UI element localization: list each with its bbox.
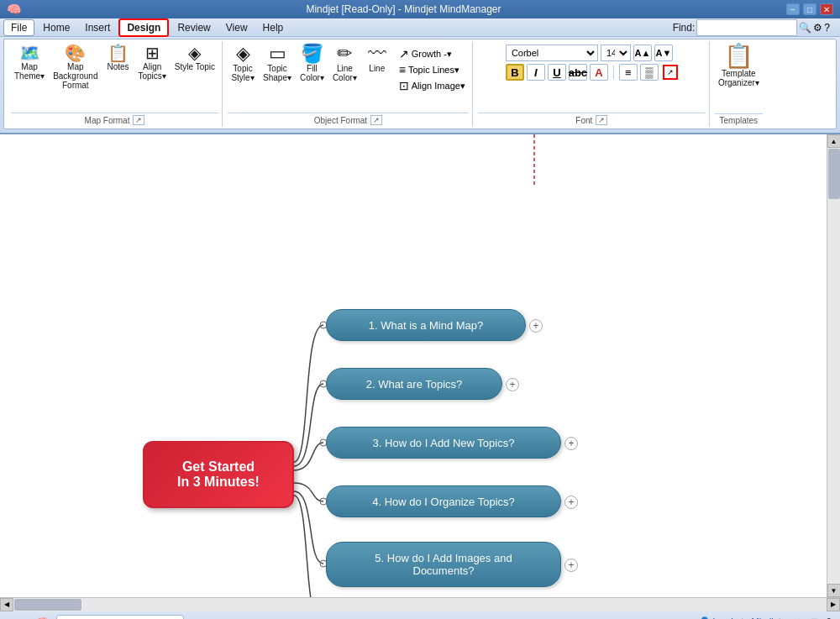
menu-view[interactable]: View bbox=[219, 20, 255, 35]
branch-4-text: 4. How do I Organize Topics? bbox=[372, 496, 515, 508]
underline-button[interactable]: U bbox=[548, 64, 566, 81]
growth-label: Growth -▾ bbox=[412, 49, 452, 60]
map-background-format-button[interactable]: 🎨 MapBackgroundFormat bbox=[50, 43, 101, 92]
topic-shape-label: TopicShape▾ bbox=[263, 64, 291, 82]
nav-forward-icon[interactable]: ▷ bbox=[21, 616, 29, 620]
font-dialog-launcher[interactable]: ↗ bbox=[663, 65, 678, 80]
map-bg-label: MapBackgroundFormat bbox=[53, 62, 97, 90]
font-color-button[interactable]: A bbox=[590, 64, 608, 81]
topic-lines-button[interactable]: ≡ Topic Lines▾ bbox=[396, 62, 469, 77]
branch-topic-3[interactable]: 3. How do I Add New Topics? bbox=[326, 427, 561, 459]
ribbon-content: 🗺️ MapTheme▾ 🎨 MapBackgroundFormat 📋 Not… bbox=[3, 39, 837, 129]
scroll-down-button[interactable]: ▼ bbox=[827, 584, 841, 597]
object-format-launcher[interactable]: ↗ bbox=[370, 115, 382, 125]
align-topics-button[interactable]: ⊞ AlignTopics▾ bbox=[135, 43, 170, 82]
branch-topic-1[interactable]: 1. What is a Mind Map? bbox=[326, 309, 526, 341]
branch-2-expand[interactable]: + bbox=[506, 378, 519, 391]
branch-topic-5[interactable]: 5. How do I Add Images andDocuments? bbox=[326, 542, 561, 587]
nav-back-icon[interactable]: ◁ bbox=[7, 616, 14, 620]
branch-topic-4[interactable]: 4. How do I Organize Topics? bbox=[326, 485, 561, 517]
ribbon-group-map-format: 🗺️ MapTheme▾ 🎨 MapBackgroundFormat 📋 Not… bbox=[8, 41, 223, 127]
growth-button[interactable]: ↗ Growth -▾ bbox=[396, 46, 469, 61]
font-launcher-area: ↗ bbox=[661, 65, 678, 80]
map-theme-label: MapTheme▾ bbox=[14, 62, 45, 81]
canvas[interactable]: Get StartedIn 3 Minutes! 1. What is a Mi… bbox=[0, 134, 827, 597]
style-topic-button[interactable]: ◈ Style Topic bbox=[171, 43, 218, 73]
menu-file[interactable]: File bbox=[3, 19, 34, 36]
connectors-svg bbox=[0, 134, 827, 597]
scroll-left-button[interactable]: ◀ bbox=[0, 598, 13, 611]
ribbon-group-templates: 📋 TemplateOrganizer▾ Templates bbox=[711, 41, 766, 127]
hscroll-thumb[interactable] bbox=[14, 599, 81, 611]
scroll-right-button[interactable]: ▶ bbox=[827, 598, 840, 611]
menu-home[interactable]: Home bbox=[36, 20, 76, 35]
font-launcher[interactable]: ↗ bbox=[596, 115, 607, 125]
find-input[interactable] bbox=[696, 19, 797, 36]
maximize-button[interactable]: □ bbox=[803, 3, 816, 15]
topic-style-button[interactable]: ◈ TopicStyle▾ bbox=[228, 43, 258, 84]
font-separator bbox=[613, 66, 614, 79]
highlight-button[interactable]: ▒ bbox=[640, 64, 659, 81]
map-format-buttons: 🗺️ MapTheme▾ 🎨 MapBackgroundFormat 📋 Not… bbox=[11, 43, 218, 113]
line-button[interactable]: 〰 Line bbox=[362, 43, 392, 84]
line-color-icon: ✏ bbox=[337, 45, 352, 63]
menu-bar: File Home Insert Design Review View Help… bbox=[0, 18, 840, 37]
find-options-icon[interactable]: ⚙ bbox=[813, 22, 822, 34]
bold-button[interactable]: B bbox=[506, 64, 524, 81]
find-label: Find: bbox=[673, 22, 696, 34]
branch-1-text: 1. What is a Mind Map? bbox=[369, 319, 484, 332]
menu-review[interactable]: Review bbox=[171, 20, 217, 35]
topic-shape-button[interactable]: ▭ TopicShape▾ bbox=[260, 43, 295, 84]
scroll-track[interactable] bbox=[827, 148, 841, 584]
close-button[interactable]: ✕ bbox=[820, 3, 833, 15]
font-row-1: Corbel Arial Calibri Times New Roman 14 … bbox=[506, 45, 678, 61]
find-bar: Find: 🔍 ⚙ ? bbox=[666, 19, 837, 36]
font-row-2: B I U abc A ≡ ▒ ↗ bbox=[506, 64, 678, 81]
templates-content: 📋 TemplateOrganizer▾ bbox=[715, 43, 763, 113]
vertical-scrollbar[interactable]: ▲ ▼ bbox=[827, 134, 840, 597]
ribbon-group-font: Corbel Arial Calibri Times New Roman 14 … bbox=[475, 41, 710, 127]
shrink-font-button[interactable]: A▼ bbox=[654, 45, 673, 61]
branch-3-text: 3. How do I Add New Topics? bbox=[373, 437, 515, 449]
font-size-select[interactable]: 14 81012 161824 bbox=[601, 45, 631, 61]
template-organizer-button[interactable]: 📋 TemplateOrganizer▾ bbox=[715, 43, 763, 89]
document-tab[interactable]: Get Started In 3 Minutes! ✕ bbox=[56, 615, 184, 620]
fill-color-button[interactable]: 🪣 FillColor▾ bbox=[297, 43, 328, 84]
menu-insert[interactable]: Insert bbox=[78, 20, 117, 35]
branch-5-expand[interactable]: + bbox=[564, 559, 578, 572]
grow-font-button[interactable]: A▲ bbox=[633, 45, 652, 61]
line-color-label: LineColor▾ bbox=[333, 64, 357, 82]
line-label: Line bbox=[369, 64, 385, 73]
branch-topic-2[interactable]: 2. What are Topics? bbox=[326, 368, 502, 400]
branch-4-expand[interactable]: + bbox=[564, 496, 578, 509]
line-color-button[interactable]: ✏ LineColor▾ bbox=[329, 43, 360, 84]
object-format-group-label: Object Format ↗ bbox=[228, 113, 469, 125]
align-image-button[interactable]: ⊡ Align Image▾ bbox=[396, 78, 469, 93]
align-left-button[interactable]: ≡ bbox=[619, 64, 638, 81]
object-format-label-text: Object Format bbox=[314, 116, 367, 125]
map-format-group-label: Map Format ↗ bbox=[11, 113, 218, 125]
map-theme-button[interactable]: 🗺️ MapTheme▾ bbox=[11, 43, 48, 82]
notes-button[interactable]: 📋 Notes bbox=[103, 43, 134, 73]
horizontal-scrollbar[interactable]: ◀ ▶ bbox=[0, 597, 840, 611]
scroll-thumb[interactable] bbox=[828, 149, 840, 199]
find-search-icon[interactable]: 🔍 bbox=[799, 22, 811, 34]
font-group-label: Font ↗ bbox=[478, 113, 706, 125]
find-help-icon[interactable]: ? bbox=[824, 22, 830, 34]
branch-5-text: 5. How do I Add Images andDocuments? bbox=[375, 552, 512, 577]
hscroll-track[interactable] bbox=[13, 598, 827, 611]
branch-3-expand[interactable]: + bbox=[564, 437, 578, 450]
scroll-up-button[interactable]: ▲ bbox=[827, 134, 841, 148]
branch-2-text: 2. What are Topics? bbox=[366, 378, 463, 391]
font-family-select[interactable]: Corbel Arial Calibri Times New Roman bbox=[506, 45, 598, 61]
menu-design[interactable]: Design bbox=[118, 18, 169, 37]
central-topic[interactable]: Get StartedIn 3 Minutes! bbox=[143, 441, 294, 508]
map-format-launcher[interactable]: ↗ bbox=[133, 115, 144, 125]
minimize-button[interactable]: − bbox=[786, 3, 800, 15]
strikethrough-button[interactable]: abc bbox=[569, 64, 587, 81]
topic-lines-icon: ≡ bbox=[399, 63, 406, 76]
italic-button[interactable]: I bbox=[527, 64, 545, 81]
branch-1-expand[interactable]: + bbox=[529, 319, 543, 333]
menu-help[interactable]: Help bbox=[256, 20, 291, 35]
topic-style-label: TopicStyle▾ bbox=[231, 64, 254, 82]
